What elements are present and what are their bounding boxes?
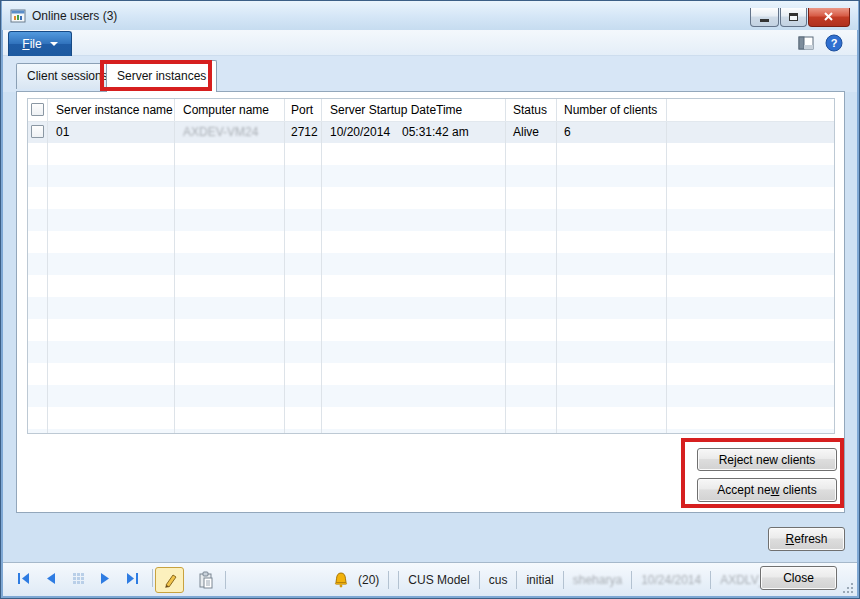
close-icon <box>822 12 836 22</box>
column-number-of-clients: Number of clients 6 <box>557 99 667 433</box>
statusbar-separator <box>710 571 711 589</box>
reject-new-clients-button[interactable]: Reject new clients <box>697 448 837 471</box>
status-user: sheharya <box>573 573 622 587</box>
window-controls <box>749 8 850 27</box>
grid-view-icon[interactable] <box>71 572 85 585</box>
tabstrip: Client sessions Server instances <box>3 56 857 92</box>
button-label: Accept new clients <box>717 483 816 497</box>
notifications-count[interactable]: (20) <box>358 573 379 587</box>
svg-text:?: ? <box>831 37 838 49</box>
statusbar-separator <box>563 571 564 589</box>
minimize-icon <box>760 19 769 22</box>
maximize-icon <box>789 13 798 21</box>
cell-computer-name[interactable]: AXDEV-VM24 <box>175 121 284 143</box>
last-record-button[interactable] <box>125 572 139 585</box>
titlebar: Online users (3) <box>2 1 858 30</box>
close-window-button[interactable] <box>808 8 850 27</box>
tab-client-sessions[interactable]: Client sessions <box>16 63 119 89</box>
status-company: cus <box>489 573 508 587</box>
cell-number-of-clients[interactable]: 6 <box>557 121 666 143</box>
maximize-button[interactable] <box>780 8 807 27</box>
next-record-button[interactable] <box>98 572 112 585</box>
refresh-button[interactable]: Refresh <box>768 527 845 551</box>
cell-instance-name[interactable]: 01 <box>48 121 174 143</box>
statusbar-separator <box>631 571 632 589</box>
clipboard-button[interactable] <box>195 569 217 591</box>
column-header[interactable]: Status <box>506 99 556 121</box>
accept-new-clients-button[interactable]: Accept new clients <box>697 478 837 502</box>
column-header[interactable]: Port <box>285 99 321 121</box>
column-select <box>28 99 48 433</box>
app-icon <box>10 8 26 24</box>
statusbar-separator <box>152 569 153 587</box>
statusbar-separator <box>479 571 480 589</box>
clipboard-icon <box>198 571 214 589</box>
tab-label: Client sessions <box>27 69 108 83</box>
resize-grip[interactable] <box>841 581 853 593</box>
column-status: Status Alive <box>506 99 557 433</box>
statusbar-fields: (20) CUS Model cus initial sheharya 10/2… <box>333 563 797 596</box>
file-menu-button[interactable]: File <box>8 31 72 56</box>
statusbar-separator <box>225 571 226 589</box>
statusbar-separator <box>388 571 389 589</box>
column-header[interactable]: Server instance name <box>48 99 174 121</box>
record-navigation <box>17 569 153 587</box>
column-startup-datetime: Server Startup DateTime 10/20/2014 05:31… <box>322 99 506 433</box>
column-server-instance-name: Server instance name 01 <box>48 99 175 433</box>
column-port: Port 2712 <box>285 99 322 433</box>
column-filler <box>667 99 834 433</box>
close-button[interactable]: Close <box>760 566 837 590</box>
layout-pane-icon[interactable] <box>798 36 815 51</box>
column-computer-name: Computer name AXDEV-VM24 <box>175 99 285 433</box>
window-title: Online users (3) <box>32 9 117 23</box>
column-header[interactable]: Computer name <box>175 99 284 121</box>
menubar: File ? <box>3 30 857 56</box>
first-record-button[interactable] <box>17 572 31 585</box>
cell-startup-datetime[interactable]: 10/20/2014 05:31:42 am <box>322 121 505 143</box>
column-header[interactable]: Server Startup DateTime <box>322 99 505 121</box>
cell-startup-time: 05:31:42 am <box>402 125 469 143</box>
status-partition: initial <box>526 573 553 587</box>
cell-startup-date: 10/20/2014 <box>330 125 402 143</box>
statusbar: (20) CUS Model cus initial sheharya 10/2… <box>3 562 857 596</box>
button-label: Reject new clients <box>719 453 816 467</box>
select-all-checkbox[interactable] <box>31 103 44 116</box>
cell-status[interactable]: Alive <box>506 121 556 143</box>
row-checkbox[interactable] <box>31 125 44 138</box>
button-label: Close <box>783 571 814 585</box>
status-date: 10/24/2014 <box>641 573 701 587</box>
chevron-down-icon <box>50 42 58 46</box>
statusbar-separator <box>516 571 517 589</box>
help-icon[interactable]: ? <box>825 34 843 52</box>
button-label: Refresh <box>785 532 827 546</box>
status-model: CUS Model <box>408 573 469 587</box>
pencil-icon <box>162 572 178 588</box>
tab-label: Server instances <box>117 69 206 83</box>
previous-record-button[interactable] <box>44 572 58 585</box>
file-menu-label: File <box>22 37 41 51</box>
tab-server-instances[interactable]: Server instances <box>106 60 217 92</box>
minimize-button[interactable] <box>750 8 779 27</box>
notifications-bell-icon[interactable] <box>333 572 349 588</box>
online-users-window: Online users (3) File ? <box>0 0 860 599</box>
cell-port[interactable]: 2712 <box>285 121 321 143</box>
server-instances-grid: Server instance name 01 Computer name AX… <box>27 98 835 434</box>
edit-mode-button[interactable] <box>155 567 184 593</box>
statusbar-separator <box>398 571 399 589</box>
column-header[interactable]: Number of clients <box>557 99 666 121</box>
